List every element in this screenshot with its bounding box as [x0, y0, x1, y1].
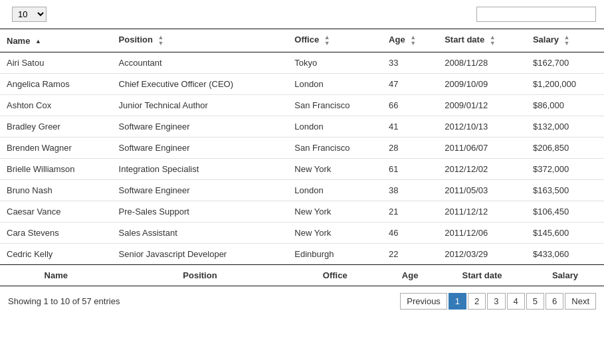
cell-office: New York	[288, 159, 382, 180]
show-entries-control: 10 25 50 100	[8, 7, 50, 22]
cell-office: Tokyo	[288, 52, 382, 74]
cell-name: Cedric Kelly	[0, 244, 112, 265]
name-sort-icons: ▲	[35, 39, 41, 45]
data-table: Name ▲ Position ▲ ▼ Office ▲ ▼	[0, 29, 604, 286]
cell-office: San Francisco	[288, 95, 382, 116]
bottom-controls: Showing 1 to 10 of 57 entries Previous12…	[0, 286, 604, 316]
cell-age: 66	[382, 95, 438, 116]
table-row: Bradley GreerSoftware EngineerLondon4120…	[0, 116, 604, 137]
col-header-start-date[interactable]: Start date ▲ ▼	[438, 29, 526, 52]
cell-age: 47	[382, 74, 438, 95]
entries-per-page-select[interactable]: 10 25 50 100	[12, 7, 47, 22]
cell-name: Ashton Cox	[0, 95, 112, 116]
table-row: Cara StevensSales AssistantNew York46201…	[0, 223, 604, 244]
cell-start_date: 2012/10/13	[438, 116, 526, 137]
cell-age: 41	[382, 116, 438, 137]
cell-start_date: 2011/05/03	[438, 180, 526, 201]
pagination: Previous123456Next	[400, 293, 596, 310]
cell-age: 38	[382, 180, 438, 201]
col-header-age[interactable]: Age ▲ ▼	[382, 29, 438, 52]
age-sort-icons: ▲ ▼	[410, 35, 416, 46]
cell-name: Bruno Nash	[0, 180, 112, 201]
cell-salary: $132,000	[526, 116, 604, 137]
table-row: Airi SatouAccountantTokyo332008/11/28$16…	[0, 52, 604, 74]
footer-col-name[interactable]: Name	[0, 265, 112, 286]
cell-office: San Francisco	[288, 137, 382, 159]
pagination-page-3-button[interactable]: 3	[487, 293, 505, 310]
col-header-salary[interactable]: Salary ▲ ▼	[526, 29, 604, 52]
pagination-page-5-button[interactable]: 5	[526, 293, 544, 310]
cell-office: London	[288, 74, 382, 95]
cell-start_date: 2009/01/12	[438, 95, 526, 116]
table-summary: Showing 1 to 10 of 57 entries	[8, 296, 120, 306]
col-age-label: Age	[389, 35, 405, 45]
footer-col-salary[interactable]: Salary	[526, 265, 604, 286]
cell-name: Bradley Greer	[0, 116, 112, 137]
col-header-name[interactable]: Name ▲	[0, 29, 112, 52]
cell-age: 61	[382, 159, 438, 180]
cell-salary: $145,600	[526, 223, 604, 244]
pagination-page-2-button[interactable]: 2	[468, 293, 486, 310]
cell-age: 21	[382, 201, 438, 223]
cell-office: Edinburgh	[288, 244, 382, 265]
name-sort-up-icon: ▲	[35, 39, 41, 45]
table-body: Airi SatouAccountantTokyo332008/11/28$16…	[0, 52, 604, 265]
cell-start_date: 2008/11/28	[438, 52, 526, 74]
table-row: Brielle WilliamsonIntegration Specialist…	[0, 159, 604, 180]
col-salary-label: Salary	[533, 35, 559, 45]
col-name-label: Name	[7, 36, 30, 46]
table-row: Ashton CoxJunior Technical AuthorSan Fra…	[0, 95, 604, 116]
col-start-date-label: Start date	[445, 35, 484, 45]
search-area	[472, 7, 596, 22]
pagination-page-1-button[interactable]: 1	[449, 293, 466, 310]
cell-salary: $106,450	[526, 201, 604, 223]
office-sort-down-icon: ▼	[324, 41, 330, 46]
position-sort-icons: ▲ ▼	[158, 35, 164, 46]
cell-name: Angelica Ramos	[0, 74, 112, 95]
cell-salary: $1,200,000	[526, 74, 604, 95]
cell-salary: $372,000	[526, 159, 604, 180]
age-sort-down-icon: ▼	[410, 41, 416, 46]
cell-salary: $433,060	[526, 244, 604, 265]
cell-salary: $162,700	[526, 52, 604, 74]
cell-name: Brenden Wagner	[0, 137, 112, 159]
office-sort-icons: ▲ ▼	[324, 35, 330, 46]
top-controls: 10 25 50 100	[0, 0, 604, 29]
pagination-next-button[interactable]: Next	[565, 293, 596, 310]
cell-office: New York	[288, 201, 382, 223]
cell-start_date: 2012/03/29	[438, 244, 526, 265]
search-input[interactable]	[476, 7, 596, 22]
pagination-page-6-button[interactable]: 6	[546, 293, 563, 310]
table-row: Brenden WagnerSoftware EngineerSan Franc…	[0, 137, 604, 159]
cell-office: London	[288, 180, 382, 201]
cell-salary: $163,500	[526, 180, 604, 201]
cell-position: Software Engineer	[112, 137, 288, 159]
cell-start_date: 2012/12/02	[438, 159, 526, 180]
cell-salary: $86,000	[526, 95, 604, 116]
cell-name: Brielle Williamson	[0, 159, 112, 180]
table-row: Bruno NashSoftware EngineerLondon382011/…	[0, 180, 604, 201]
cell-office: New York	[288, 223, 382, 244]
cell-position: Software Engineer	[112, 180, 288, 201]
cell-position: Integration Specialist	[112, 159, 288, 180]
footer-col-start-date[interactable]: Start date	[438, 265, 526, 286]
cell-age: 28	[382, 137, 438, 159]
pagination-page-4-button[interactable]: 4	[507, 293, 525, 310]
footer-col-office[interactable]: Office	[288, 265, 382, 286]
salary-sort-down-icon: ▼	[564, 41, 570, 46]
table-header-row: Name ▲ Position ▲ ▼ Office ▲ ▼	[0, 29, 604, 52]
col-header-office[interactable]: Office ▲ ▼	[288, 29, 382, 52]
col-header-position[interactable]: Position ▲ ▼	[112, 29, 288, 52]
start-date-sort-down-icon: ▼	[490, 41, 496, 46]
cell-age: 46	[382, 223, 438, 244]
cell-position: Senior Javascript Developer	[112, 244, 288, 265]
cell-salary: $206,850	[526, 137, 604, 159]
pagination-prev-button[interactable]: Previous	[400, 293, 447, 310]
cell-position: Pre-Sales Support	[112, 201, 288, 223]
col-office-label: Office	[294, 35, 319, 45]
table-footer-row: Name Position Office Age Start date Sala…	[0, 265, 604, 286]
footer-col-position[interactable]: Position	[112, 265, 288, 286]
table-row: Caesar VancePre-Sales SupportNew York212…	[0, 201, 604, 223]
cell-position: Accountant	[112, 52, 288, 74]
footer-col-age[interactable]: Age	[382, 265, 438, 286]
